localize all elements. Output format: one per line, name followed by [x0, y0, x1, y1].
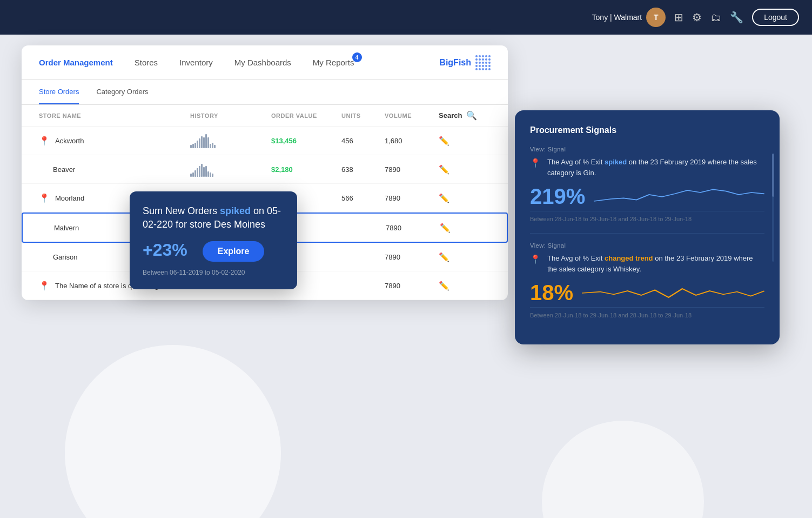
signal-section-1: View: Signal 📍 The Avg of % Exit spiked …	[530, 146, 764, 222]
signal-metric-row-1: 219%	[530, 184, 764, 209]
signal-icon-orange: 📍	[530, 254, 541, 264]
signal-row-2: 📍 The Avg of % Exit changed trend on the…	[530, 253, 764, 274]
edit-icon[interactable]: ✏️	[439, 281, 471, 291]
avatar: T	[646, 8, 666, 27]
table-row: Beaver $2,180 638 7890	[22, 155, 508, 184]
edit-icon[interactable]: ✏️	[439, 193, 471, 203]
edit-icon[interactable]: ✏️	[439, 136, 471, 146]
tab-store-orders[interactable]: Store Orders	[39, 80, 79, 104]
signal-date-1: Between 28-Jun-18 to 29-Jun-18 and 28-Ju…	[530, 211, 764, 222]
signal-text-1: The Avg of % Exit spiked on the 23 Febru…	[547, 157, 764, 178]
gear-icon[interactable]: ⚙	[692, 11, 702, 24]
edit-icon[interactable]: ✏️	[440, 223, 472, 233]
brand-name: BigFish	[439, 58, 471, 68]
grid-icon[interactable]: ⊞	[674, 11, 683, 24]
decorative-circle-2	[542, 421, 704, 518]
sparkline-2	[582, 282, 764, 304]
scrollbar[interactable]	[772, 154, 774, 262]
table-header: STORE NAME HISTORY ORDER VALUE UNITS VOL…	[22, 105, 508, 127]
volume-value: 7890	[386, 224, 440, 232]
edit-icon[interactable]: ✏️	[439, 252, 471, 262]
col-history: HISTORY	[190, 112, 271, 119]
user-label: Tony | Walmart	[592, 13, 642, 22]
logout-button[interactable]: Logout	[752, 9, 799, 26]
store-name-cell: 📍 Ackworth	[39, 136, 190, 146]
signal-section-2: View: Signal 📍 The Avg of % Exit changed…	[530, 242, 764, 318]
col-store-name: STORE NAME	[39, 112, 190, 119]
spiked-label: spiked	[605, 158, 627, 166]
edit-icon[interactable]: ✏️	[439, 164, 471, 175]
nav-item-dashboards[interactable]: My Dashboards	[234, 58, 291, 67]
signal-icon-blue: 📍	[530, 158, 541, 168]
volume-value: 1,680	[385, 137, 439, 145]
view-signal-label-2: View: Signal	[530, 242, 764, 249]
col-volume: VOLUME	[385, 112, 439, 119]
tab-category-orders[interactable]: Category Orders	[96, 80, 148, 104]
user-info: Tony | Walmart T	[592, 8, 666, 27]
tabs-row: Store Orders Category Orders	[22, 80, 508, 105]
nav-item-order-management[interactable]: Order Management	[39, 58, 113, 67]
top-bar: Tony | Walmart T ⊞ ⚙ 🗂 🔧 Logout	[0, 0, 812, 35]
secondary-nav: Order Management Stores Inventory My Das…	[22, 45, 508, 80]
signal-text-2: The Avg of % Exit changed trend on the 2…	[547, 253, 764, 274]
tools-icon[interactable]: 🔧	[730, 11, 743, 24]
view-signal-label-1: View: Signal	[530, 146, 764, 152]
store-name: Garison	[53, 253, 78, 261]
tooltip-date-range: Between 06-11-2019 to 05-02-2020	[143, 269, 284, 276]
pin-icon-green: 📍	[39, 193, 50, 203]
tooltip-spiked-word: spiked	[220, 205, 251, 216]
signal-date-2: Between 28-Jun-18 to 29-Jun-18 and 28-Ju…	[530, 307, 764, 318]
pin-icon-green: 📍	[39, 281, 50, 291]
units-value: 638	[341, 165, 385, 174]
mini-chart	[190, 133, 271, 148]
tooltip-popup: Sum New Orders spiked on 05-02-220 for s…	[130, 191, 297, 289]
tooltip-percent: +23%	[143, 240, 187, 260]
units-value: 456	[341, 137, 385, 145]
nav-items: Order Management Stores Inventory My Das…	[39, 58, 354, 67]
brand-icon	[475, 55, 491, 70]
search-label: Search	[439, 111, 462, 119]
brand-logo: BigFish	[439, 55, 491, 70]
explore-button[interactable]: Explore	[203, 241, 265, 262]
store-name: Moorland	[55, 194, 84, 202]
main-content: Order Management Stores Inventory My Das…	[0, 35, 812, 518]
signal-percent-1: 219%	[530, 184, 585, 209]
nav-item-stores[interactable]: Stores	[135, 58, 158, 67]
nav-item-inventory[interactable]: Inventory	[179, 58, 213, 67]
signal-metric-row-2: 18%	[530, 281, 764, 305]
store-name: Beaver	[53, 165, 75, 174]
col-units: UNITS	[341, 112, 385, 119]
store-name: Malvern	[54, 224, 79, 232]
search-area: Search 🔍	[439, 110, 471, 121]
divider	[530, 233, 764, 234]
store-name-cell: Beaver	[39, 165, 190, 174]
sparkline-1	[594, 186, 764, 208]
units-value: 566	[341, 194, 385, 202]
folder-icon[interactable]: 🗂	[710, 11, 721, 24]
panel-title: Procurement Signals	[530, 125, 764, 135]
changed-label: changed trend	[605, 254, 653, 262]
order-value: $13,456	[271, 137, 341, 145]
tooltip-metric-row: +23% Explore	[143, 240, 284, 262]
volume-value: 7890	[385, 194, 439, 202]
signals-panel: Procurement Signals View: Signal 📍 The A…	[515, 110, 780, 344]
nav-item-reports[interactable]: My Reports 4	[313, 58, 354, 67]
mini-chart	[190, 162, 271, 177]
store-name: Ackworth	[55, 137, 84, 145]
tooltip-title: Sum New Orders spiked on 05-02-220 for s…	[143, 204, 284, 231]
search-icon[interactable]: 🔍	[466, 110, 477, 121]
decorative-circle-1	[65, 345, 281, 518]
pin-icon-red: 📍	[39, 136, 50, 146]
signal-row-1: 📍 The Avg of % Exit spiked on the 23 Feb…	[530, 157, 764, 178]
reports-badge: 4	[352, 52, 362, 62]
col-order-value: ORDER VALUE	[271, 112, 341, 119]
volume-value: 7890	[385, 253, 439, 261]
table-row: 📍 Ackworth $13,456	[22, 127, 508, 155]
volume-value: 7890	[385, 282, 439, 290]
scrollbar-thumb	[772, 154, 774, 197]
order-value: $2,180	[271, 165, 341, 174]
volume-value: 7890	[385, 165, 439, 174]
signal-percent-2: 18%	[530, 281, 573, 305]
